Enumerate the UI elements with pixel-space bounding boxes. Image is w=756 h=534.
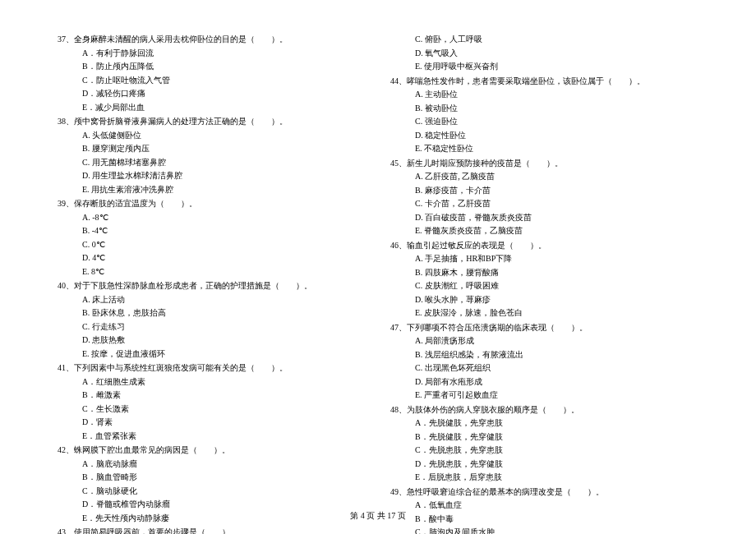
question-option: B. -4℃: [58, 224, 366, 238]
page-number: 第 4 页 共 17 页: [350, 511, 406, 520]
question-option: A. 主动卧位: [390, 88, 698, 102]
question-title: 49、急性呼吸窘迫综合征的最基本的病理改变是（ ）。: [390, 486, 698, 499]
question-block: 46、输血引起过敏反应的表现是（ ）。A. 手足抽搐，HR和BP下降B. 四肢麻…: [390, 239, 698, 320]
question-option: E．血管紧张素: [58, 430, 366, 444]
question-title: 46、输血引起过敏反应的表现是（ ）。: [390, 239, 698, 253]
question-option: A．红细胞生成素: [58, 375, 366, 389]
question-option: C．防止呕吐物流入气管: [58, 74, 366, 88]
question-option: D. 局部有水疱形成: [390, 375, 698, 389]
question-block: 40、对于下肢急性深静脉血栓形成患者，正确的护理措施是（ ）。A. 床上活动B.…: [58, 279, 366, 361]
question-option: E. 严重者可引起败血症: [390, 389, 698, 403]
question-option: B．脑血管畸形: [58, 471, 366, 485]
question-option: A. 手足抽搐，HR和BP下降: [390, 252, 698, 266]
question-title: 42、蛛网膜下腔出血最常见的病因是（ ）。: [58, 444, 366, 458]
question-title: 43、使用简易呼吸器前，首要的步骤是（ ）。: [58, 526, 366, 534]
question-option: E. 按摩，促进血液循环: [58, 348, 366, 361]
question-option: C. 出现黑色坏死组织: [390, 361, 698, 375]
question-option: D. 氧气吸入: [390, 47, 698, 61]
question-title: 47、下列哪项不符合压疮溃疡期的临床表现（ ）。: [390, 321, 698, 335]
question-block: 39、保存断肢的适宜温度为（ ）。A. -8℃B. -4℃C. 0℃D. 4℃E…: [58, 197, 366, 279]
question-option: B．防止颅内压降低: [58, 60, 366, 74]
question-block: 43、使用简易呼吸器前，首要的步骤是（ ）。A. 清除呼吸道分泌物B. 松开领口…: [58, 526, 366, 534]
question-title: 45、新生儿时期应预防接种的疫苗是（ ）。: [390, 157, 698, 171]
question-title: 48、为肢体外伤的病人穿脱衣服的顺序是（ ）。: [390, 403, 698, 417]
question-option: D．肾素: [58, 416, 366, 430]
question-option: D. 喉头水肿，荨麻疹: [390, 293, 698, 307]
question-option: D．减轻伤口疼痛: [58, 87, 366, 101]
question-option: B. 浅层组织感染，有脓液流出: [390, 348, 698, 362]
question-block: 41、下列因素中与系统性红斑狼疮发病可能有关的是（ ）。A．红细胞生成素B．雌激…: [58, 361, 366, 443]
question-option: C. 用无菌棉球堵塞鼻腔: [58, 156, 366, 170]
question-option: A．有利于静脉回流: [58, 47, 366, 61]
question-block: 47、下列哪项不符合压疮溃疡期的临床表现（ ）。A. 局部溃疡形成B. 浅层组织…: [390, 321, 698, 403]
question-title: 44、哮喘急性发作时，患者需要采取端坐卧位，该卧位属于（ ）。: [390, 75, 698, 89]
question-option: D. 用生理盐水棉球清洁鼻腔: [58, 169, 366, 183]
question-option: C. 俯卧，人工呼吸: [390, 33, 698, 47]
question-option: E. 脊髓灰质炎疫苗，乙脑疫苗: [390, 224, 698, 238]
question-option: A. 头低健侧卧位: [58, 129, 366, 143]
question-option: A. 床上活动: [58, 293, 366, 307]
question-option: C．肺泡内及间质水肿: [390, 526, 698, 534]
question-option: B. 腰穿测定颅内压: [58, 142, 366, 156]
question-option: B. 麻疹疫苗，卡介苗: [390, 184, 698, 198]
question-option: A. 乙肝疫苗, 乙脑疫苗: [390, 170, 698, 184]
document-content: 37、全身麻醉未清醒的病人采用去枕仰卧位的目的是（ ）。A．有利于静脉回流B．防…: [58, 33, 698, 534]
right-column: C. 俯卧，人工呼吸D. 氧气吸入E. 使用呼吸中枢兴奋剂44、哮喘急性发作时，…: [390, 33, 698, 534]
left-column: 37、全身麻醉未清醒的病人采用去枕仰卧位的目的是（ ）。A．有利于静脉回流B．防…: [58, 33, 366, 534]
question-title: 38、颅中窝骨折脑脊液鼻漏病人的处理方法正确的是（ ）。: [58, 115, 366, 129]
question-option: C. 强迫卧位: [390, 115, 698, 129]
question-option: D. 稳定性卧位: [390, 129, 698, 143]
question-option: B．雌激素: [58, 389, 366, 403]
question-block: C. 俯卧，人工呼吸D. 氧气吸入E. 使用呼吸中枢兴奋剂: [390, 33, 698, 74]
question-block: 44、哮喘急性发作时，患者需要采取端坐卧位，该卧位属于（ ）。A. 主动卧位B.…: [390, 75, 698, 156]
question-block: 45、新生儿时期应预防接种的疫苗是（ ）。A. 乙肝疫苗, 乙脑疫苗B. 麻疹疫…: [390, 157, 698, 238]
question-block: 38、颅中窝骨折脑脊液鼻漏病人的处理方法正确的是（ ）。A. 头低健侧卧位B. …: [58, 115, 366, 196]
question-title: 37、全身麻醉未清醒的病人采用去枕仰卧位的目的是（ ）。: [58, 33, 366, 47]
question-option: B. 四肢麻木，腰背酸痛: [390, 266, 698, 280]
question-option: E. 8℃: [58, 265, 366, 279]
question-block: 48、为肢体外伤的病人穿脱衣服的顺序是（ ）。A．先脱健肢，先穿患肢B．先脱健肢…: [390, 403, 698, 485]
question-option: A. 局部溃疡形成: [390, 334, 698, 348]
page-footer: 第 4 页 共 17 页: [0, 510, 756, 522]
question-title: 39、保存断肢的适宜温度为（ ）。: [58, 197, 366, 211]
question-option: E. 用抗生素溶液冲洗鼻腔: [58, 183, 366, 197]
question-option: E．减少局部出血: [58, 101, 366, 115]
question-option: A. -8℃: [58, 211, 366, 225]
question-option: C．脑动脉硬化: [58, 485, 366, 499]
question-option: A．脑底动脉瘤: [58, 458, 366, 472]
question-option: D．先脱患肢，先穿健肢: [390, 458, 698, 472]
question-option: C. 0℃: [58, 238, 366, 252]
question-block: 37、全身麻醉未清醒的病人采用去枕仰卧位的目的是（ ）。A．有利于静脉回流B．防…: [58, 33, 366, 114]
question-option: C. 皮肤潮红，呼吸困难: [390, 279, 698, 293]
question-option: E. 使用呼吸中枢兴奋剂: [390, 60, 698, 74]
question-option: B. 卧床休息，患肢抬高: [58, 306, 366, 320]
question-option: D. 4℃: [58, 251, 366, 265]
question-option: E. 不稳定性卧位: [390, 142, 698, 156]
question-option: B．先脱健肢，先穿健肢: [390, 430, 698, 444]
question-option: B. 被动卧位: [390, 102, 698, 116]
question-title: 40、对于下肢急性深静脉血栓形成患者，正确的护理措施是（ ）。: [58, 279, 366, 293]
question-option: A．先脱健肢，先穿患肢: [390, 417, 698, 430]
question-option: E．后脱患肢，后穿患肢: [390, 471, 698, 485]
question-option: D. 患肢热敷: [58, 334, 366, 348]
question-option: C．先脱患肢，先穿患肢: [390, 444, 698, 458]
question-option: C. 行走练习: [58, 320, 366, 334]
question-option: C. 卡介苗，乙肝疫苗: [390, 197, 698, 211]
question-option: C．生长激素: [58, 403, 366, 417]
question-option: E. 皮肤湿泠，脉速，脸色苍白: [390, 306, 698, 320]
question-title: 41、下列因素中与系统性红斑狼疮发病可能有关的是（ ）。: [58, 361, 366, 375]
question-option: D. 百白破疫苗，脊髓灰质炎疫苗: [390, 211, 698, 225]
